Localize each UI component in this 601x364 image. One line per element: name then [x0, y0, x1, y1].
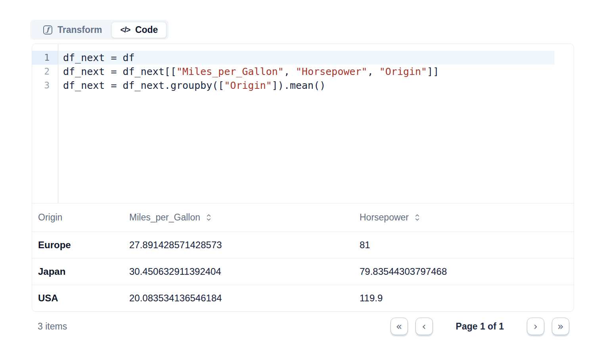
table-header: OriginMiles_per_GallonHorsepower — [32, 203, 574, 232]
tab-code-label: Code — [135, 25, 158, 35]
value-cell: 119.9 — [354, 285, 574, 311]
column-label: Origin — [38, 212, 62, 222]
code-lines[interactable]: df_next = dfdf_next = df_next[["Miles_pe… — [58, 44, 574, 203]
sort-icon — [414, 213, 420, 222]
column-label: Horsepower — [360, 212, 409, 222]
row-index-cell: Japan — [32, 258, 123, 285]
value-cell: 20.083534136546184 — [123, 285, 354, 311]
code-token: ]).mean() — [272, 80, 325, 91]
header-row: OriginMiles_per_GallonHorsepower — [32, 203, 574, 232]
code-token: , — [367, 66, 379, 77]
tab-code[interactable]: </> Code — [111, 22, 167, 38]
editor-gutter: 123 — [32, 44, 58, 203]
code-token: ]] — [427, 66, 439, 77]
line-number: 3 — [32, 79, 58, 92]
result-table: OriginMiles_per_GallonHorsepower Europe2… — [32, 203, 574, 311]
code-token: df_next = df — [63, 52, 135, 63]
line-number: 1 — [32, 51, 58, 65]
dataframe-card: 123 df_next = dfdf_next = df_next[["Mile… — [32, 44, 574, 312]
sort-icon — [206, 213, 212, 222]
code-line[interactable]: df_next = df — [58, 51, 555, 65]
prev-page-button[interactable]: ‹ — [415, 318, 433, 335]
column-label: Miles_per_Gallon — [129, 212, 200, 222]
row-index-cell: Europe — [32, 232, 123, 258]
function-icon: ƒ — [43, 25, 52, 34]
code-token: df_next = df_next.groupby([ — [63, 80, 224, 91]
first-page-button[interactable]: « — [390, 318, 408, 335]
table-row: Europe27.89142857142857381 — [32, 232, 574, 258]
column-header-horsepower[interactable]: Horsepower — [354, 203, 574, 232]
page-indicator: Page 1 of 1 — [456, 321, 504, 332]
value-cell: 81 — [354, 232, 574, 258]
code-editor[interactable]: 123 df_next = dfdf_next = df_next[["Mile… — [32, 44, 574, 203]
chevron-left-icon: ‹ — [422, 321, 426, 331]
code-icon: </> — [120, 25, 130, 34]
table-footer: 3 items « ‹ Page 1 of 1 › » — [32, 312, 574, 335]
string-token: "Origin" — [379, 66, 427, 77]
items-count: 3 items — [38, 321, 67, 332]
tab-transform-label: Transform — [57, 25, 102, 35]
double-chevron-left-icon: « — [396, 321, 402, 331]
string-token: "Horsepower" — [296, 66, 367, 77]
value-cell: 79.83544303797468 — [354, 258, 574, 285]
line-number: 2 — [32, 65, 58, 79]
code-line[interactable]: df_next = df_next[["Miles_per_Gallon", "… — [58, 65, 574, 79]
double-chevron-right-icon: » — [557, 321, 564, 331]
next-page-button[interactable]: › — [527, 318, 544, 335]
code-line[interactable]: df_next = df_next.groupby(["Origin"]).me… — [58, 79, 574, 92]
string-token: "Origin" — [224, 80, 272, 91]
last-page-button[interactable]: » — [552, 318, 569, 335]
tab-transform[interactable]: ƒ Transform — [32, 22, 111, 38]
table-body: Europe27.89142857142857381Japan30.450632… — [32, 232, 574, 311]
table-row: Japan30.45063291139240479.83544303797468 — [32, 258, 574, 285]
code-token: df_next = df_next[[ — [63, 66, 176, 77]
column-header-miles-per-gallon[interactable]: Miles_per_Gallon — [123, 203, 354, 232]
table-row: USA20.083534136546184119.9 — [32, 285, 574, 311]
row-index-cell: USA — [32, 285, 123, 311]
code-token: , — [284, 66, 296, 77]
view-toggle: ƒ Transform </> Code — [30, 20, 168, 40]
value-cell: 27.891428571428573 — [123, 232, 354, 258]
string-token: "Miles_per_Gallon" — [176, 66, 284, 77]
pagination: « ‹ Page 1 of 1 › » — [390, 318, 569, 335]
value-cell: 30.450632911392404 — [123, 258, 354, 285]
chevron-right-icon: › — [534, 321, 538, 331]
page: ƒ Transform </> Code 123 df_next = dfdf_… — [0, 0, 601, 335]
column-header-origin: Origin — [32, 203, 123, 232]
